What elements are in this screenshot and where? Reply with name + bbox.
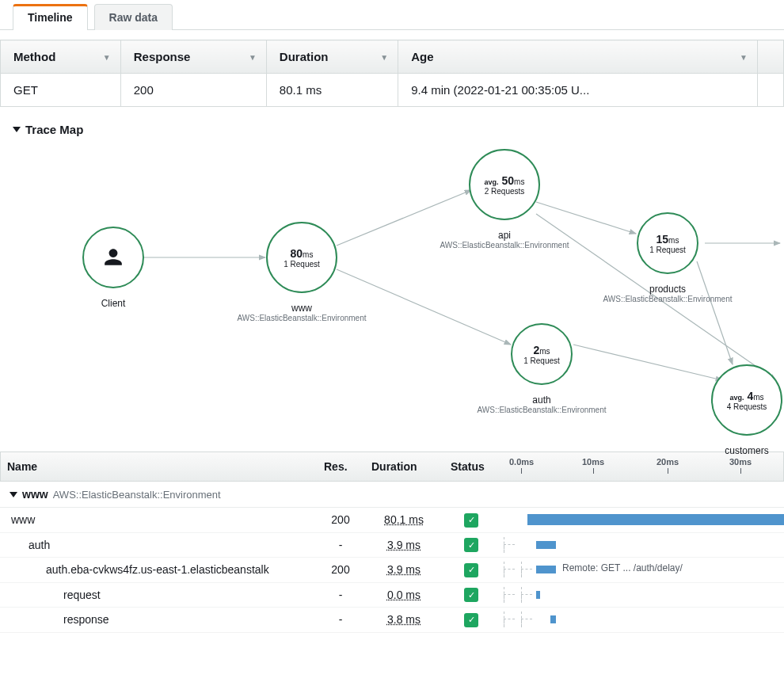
cell-age: 9.4 min (2022-01-21 00:35:05 U... (398, 74, 758, 107)
segment-name: www (0, 509, 317, 531)
segment-response: - (317, 608, 364, 631)
node-api[interactable]: avg. 50ms 2 Requests api AWS::ElasticBea… (469, 149, 540, 220)
tab-timeline[interactable]: Timeline (13, 4, 88, 30)
svg-line-6 (573, 345, 722, 380)
check-icon: ✓ (464, 563, 478, 577)
segment-response: 200 (317, 509, 364, 531)
col-duration[interactable]: Duration▼ (266, 40, 398, 74)
segment-response: 200 (317, 558, 364, 581)
svg-line-7 (697, 261, 733, 364)
node-www[interactable]: 80ms 1 Request www AWS::ElasticBeanstalk… (266, 222, 337, 293)
waterfall-ruler: 0.0ms 10ms 20ms 30ms (500, 452, 783, 481)
segment-duration[interactable]: 3.9 ms (364, 534, 443, 556)
tabs: Timeline Raw data (0, 3, 784, 30)
group-type: AWS::ElasticBeanstalk::Environment (53, 489, 221, 501)
check-icon: ✓ (464, 588, 478, 602)
summary-table: Method▼ Response▼ Duration▼ Age▼ GET 200… (0, 40, 784, 107)
check-icon: ✓ (464, 613, 478, 627)
waterfall-row[interactable]: request-0.0 ms✓ (0, 583, 784, 608)
sort-icon: ▼ (249, 52, 257, 61)
segment-status: ✓ (443, 558, 499, 582)
col-name[interactable]: Name (1, 452, 318, 481)
sort-icon: ▼ (740, 52, 748, 61)
cell-response: 200 (120, 74, 266, 107)
check-icon: ✓ (464, 513, 478, 528)
trace-map-toggle[interactable]: Trace Map (0, 107, 784, 143)
segment-status: ✓ (443, 533, 499, 558)
segment-status: ✓ (443, 583, 499, 608)
col-res[interactable]: Res. (318, 452, 365, 481)
node-client[interactable]: Client (82, 227, 144, 288)
col-method[interactable]: Method▼ (1, 40, 121, 74)
segment-bar (499, 587, 784, 603)
svg-line-4 (536, 202, 636, 234)
cell-duration: 80.1 ms (266, 74, 398, 107)
segment-bar (499, 612, 784, 627)
segment-response: - (317, 584, 364, 606)
segment-name: auth (0, 534, 317, 556)
sort-icon: ▼ (380, 52, 388, 61)
node-products[interactable]: 15ms 1 Request products AWS::ElasticBean… (637, 212, 698, 274)
summary-row[interactable]: GET 200 80.1 ms 9.4 min (2022-01-21 00:3… (1, 74, 784, 107)
node-label-www: www (223, 303, 381, 314)
segment-duration[interactable]: 0.0 ms (364, 584, 443, 606)
chevron-down-icon (10, 492, 17, 497)
user-icon (103, 247, 124, 268)
waterfall-row[interactable]: www20080.1 ms✓ (0, 508, 784, 533)
col-response[interactable]: Response▼ (120, 40, 266, 74)
segment-status: ✓ (443, 608, 499, 632)
segment-status: ✓ (443, 508, 499, 532)
node-customers[interactable]: avg. 4ms 4 Requests customers (711, 364, 782, 436)
node-label-client: Client (34, 298, 192, 309)
waterfall-row[interactable]: response-3.8 ms✓ (0, 608, 784, 633)
segment-bar: Remote: GET ... /auth/delay/ (499, 562, 784, 577)
check-icon: ✓ (464, 538, 478, 552)
waterfall-header: Name Res. Duration Status 0.0ms 10ms 20m… (0, 451, 784, 482)
col-duration[interactable]: Duration (365, 452, 444, 481)
segment-name: request (0, 584, 317, 606)
trace-map[interactable]: Client 80ms 1 Request www AWS::ElasticBe… (0, 143, 784, 451)
segment-bar (499, 537, 784, 553)
sort-icon: ▼ (103, 52, 111, 61)
col-status[interactable]: Status (444, 452, 500, 481)
waterfall-group-toggle[interactable]: www AWS::ElasticBeanstalk::Environment (0, 482, 784, 508)
node-label-products: products (588, 284, 747, 295)
node-label-auth: auth (462, 394, 621, 406)
segment-bar (499, 512, 784, 528)
segment-duration[interactable]: 3.9 ms (364, 558, 443, 581)
segment-name: response (0, 608, 317, 631)
trace-map-title: Trace Map (25, 123, 83, 136)
segment-duration[interactable]: 3.8 ms (364, 608, 443, 631)
col-age[interactable]: Age▼ (398, 40, 758, 74)
segment-name: auth.eba-cvkws4fz.us-east-1.elasticbeans… (0, 558, 317, 581)
remote-label: Remote: GET ... /auth/delay/ (562, 562, 683, 573)
waterfall-rows: www20080.1 ms✓auth-3.9 ms✓auth.eba-cvkws… (0, 508, 784, 633)
segment-response: - (317, 534, 364, 556)
node-label-api: api (425, 230, 584, 241)
chevron-down-icon (13, 127, 21, 132)
tab-raw-data[interactable]: Raw data (94, 4, 173, 30)
group-name: www (22, 488, 48, 501)
cell-method: GET (1, 74, 121, 107)
node-auth[interactable]: 2ms 1 Request auth AWS::ElasticBeanstalk… (511, 323, 573, 385)
waterfall-row[interactable]: auth-3.9 ms✓ (0, 533, 784, 558)
waterfall-row[interactable]: auth.eba-cvkws4fz.us-east-1.elasticbeans… (0, 558, 784, 583)
segment-duration[interactable]: 80.1 ms (364, 509, 443, 531)
